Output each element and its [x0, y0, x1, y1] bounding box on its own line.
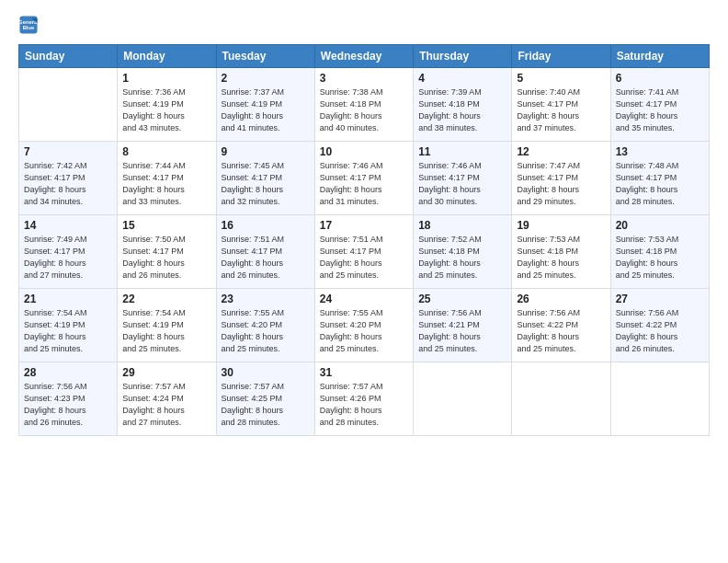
calendar-cell: 14Sunrise: 7:49 AM Sunset: 4:17 PM Dayli… [19, 215, 118, 289]
day-detail: Sunrise: 7:37 AM Sunset: 4:19 PM Dayligh… [222, 86, 310, 134]
day-detail: Sunrise: 7:51 AM Sunset: 4:17 PM Dayligh… [222, 234, 310, 282]
calendar-cell [610, 362, 709, 436]
calendar-cell [19, 68, 118, 142]
day-number: 18 [418, 219, 506, 232]
day-number: 25 [418, 293, 506, 305]
day-detail: Sunrise: 7:49 AM Sunset: 4:17 PM Dayligh… [24, 234, 112, 282]
calendar-cell: 23Sunrise: 7:55 AM Sunset: 4:20 PM Dayli… [216, 289, 314, 362]
weekday-header-wednesday: Wednesday [314, 45, 413, 68]
calendar-cell: 12Sunrise: 7:47 AM Sunset: 4:17 PM Dayli… [512, 142, 610, 215]
day-detail: Sunrise: 7:36 AM Sunset: 4:19 PM Dayligh… [122, 86, 210, 134]
calendar-week-1: 7Sunrise: 7:42 AM Sunset: 4:17 PM Daylig… [19, 142, 710, 215]
day-number: 17 [320, 219, 408, 232]
day-number: 14 [24, 219, 112, 232]
calendar-cell: 30Sunrise: 7:57 AM Sunset: 4:25 PM Dayli… [216, 362, 314, 436]
calendar-cell: 31Sunrise: 7:57 AM Sunset: 4:26 PM Dayli… [314, 362, 413, 436]
day-number: 11 [418, 145, 506, 158]
day-number: 1 [122, 72, 210, 85]
day-detail: Sunrise: 7:38 AM Sunset: 4:18 PM Dayligh… [320, 86, 408, 134]
day-number: 2 [222, 72, 310, 85]
calendar-cell: 28Sunrise: 7:56 AM Sunset: 4:23 PM Dayli… [19, 362, 118, 436]
weekday-header-friday: Friday [512, 45, 610, 68]
calendar-week-0: 1Sunrise: 7:36 AM Sunset: 4:19 PM Daylig… [19, 68, 710, 142]
calendar-cell: 11Sunrise: 7:46 AM Sunset: 4:17 PM Dayli… [414, 142, 512, 215]
day-detail: Sunrise: 7:55 AM Sunset: 4:20 PM Dayligh… [320, 307, 408, 355]
calendar: SundayMondayTuesdayWednesdayThursdayFrid… [18, 44, 710, 436]
calendar-week-4: 28Sunrise: 7:56 AM Sunset: 4:23 PM Dayli… [19, 362, 710, 436]
day-number: 7 [24, 145, 112, 158]
day-number: 3 [320, 72, 408, 85]
calendar-cell [414, 362, 512, 436]
calendar-cell: 20Sunrise: 7:53 AM Sunset: 4:18 PM Dayli… [610, 215, 709, 289]
day-number: 30 [222, 366, 310, 379]
day-number: 19 [517, 219, 605, 232]
day-detail: Sunrise: 7:53 AM Sunset: 4:18 PM Dayligh… [517, 234, 605, 282]
calendar-header-row: SundayMondayTuesdayWednesdayThursdayFrid… [19, 45, 710, 68]
day-number: 31 [320, 366, 408, 379]
calendar-cell: 4Sunrise: 7:39 AM Sunset: 4:18 PM Daylig… [414, 68, 512, 142]
day-detail: Sunrise: 7:57 AM Sunset: 4:24 PM Dayligh… [122, 381, 210, 429]
day-number: 23 [222, 293, 310, 305]
calendar-cell: 15Sunrise: 7:50 AM Sunset: 4:17 PM Dayli… [118, 215, 216, 289]
day-detail: Sunrise: 7:46 AM Sunset: 4:17 PM Dayligh… [320, 160, 408, 208]
day-detail: Sunrise: 7:53 AM Sunset: 4:18 PM Dayligh… [616, 234, 704, 282]
day-detail: Sunrise: 7:52 AM Sunset: 4:18 PM Dayligh… [418, 234, 506, 282]
header-right [40, 15, 710, 17]
day-detail: Sunrise: 7:46 AM Sunset: 4:17 PM Dayligh… [418, 160, 506, 208]
weekday-header-tuesday: Tuesday [216, 45, 314, 68]
calendar-cell: 13Sunrise: 7:48 AM Sunset: 4:17 PM Dayli… [610, 142, 709, 215]
day-number: 24 [320, 293, 408, 305]
header: General Blue [18, 15, 710, 39]
page: General Blue SundayMondayTuesdayWednesda… [0, 0, 728, 563]
calendar-cell: 22Sunrise: 7:54 AM Sunset: 4:19 PM Dayli… [118, 289, 216, 362]
calendar-cell: 21Sunrise: 7:54 AM Sunset: 4:19 PM Dayli… [19, 289, 118, 362]
day-detail: Sunrise: 7:42 AM Sunset: 4:17 PM Dayligh… [24, 160, 112, 208]
day-detail: Sunrise: 7:56 AM Sunset: 4:22 PM Dayligh… [517, 307, 605, 355]
weekday-header-monday: Monday [118, 45, 216, 68]
calendar-cell: 26Sunrise: 7:56 AM Sunset: 4:22 PM Dayli… [512, 289, 610, 362]
calendar-cell: 7Sunrise: 7:42 AM Sunset: 4:17 PM Daylig… [19, 142, 118, 215]
weekday-header-saturday: Saturday [610, 45, 709, 68]
day-detail: Sunrise: 7:39 AM Sunset: 4:18 PM Dayligh… [418, 86, 506, 134]
day-detail: Sunrise: 7:54 AM Sunset: 4:19 PM Dayligh… [122, 307, 210, 355]
day-number: 13 [616, 145, 704, 158]
calendar-cell: 16Sunrise: 7:51 AM Sunset: 4:17 PM Dayli… [216, 215, 314, 289]
calendar-cell: 29Sunrise: 7:57 AM Sunset: 4:24 PM Dayli… [118, 362, 216, 436]
calendar-cell: 3Sunrise: 7:38 AM Sunset: 4:18 PM Daylig… [314, 68, 413, 142]
calendar-cell: 8Sunrise: 7:44 AM Sunset: 4:17 PM Daylig… [118, 142, 216, 215]
logo: General Blue [18, 15, 40, 35]
day-detail: Sunrise: 7:54 AM Sunset: 4:19 PM Dayligh… [24, 307, 112, 355]
calendar-cell: 5Sunrise: 7:40 AM Sunset: 4:17 PM Daylig… [512, 68, 610, 142]
day-number: 12 [517, 145, 605, 158]
calendar-cell: 19Sunrise: 7:53 AM Sunset: 4:18 PM Dayli… [512, 215, 610, 289]
day-number: 8 [122, 145, 210, 158]
day-number: 16 [222, 219, 310, 232]
day-detail: Sunrise: 7:56 AM Sunset: 4:21 PM Dayligh… [418, 307, 506, 355]
calendar-cell [512, 362, 610, 436]
day-number: 5 [517, 72, 605, 85]
day-number: 27 [616, 293, 704, 305]
logo-icon: General Blue [18, 15, 39, 35]
calendar-cell: 6Sunrise: 7:41 AM Sunset: 4:17 PM Daylig… [610, 68, 709, 142]
day-detail: Sunrise: 7:51 AM Sunset: 4:17 PM Dayligh… [320, 234, 408, 282]
day-detail: Sunrise: 7:48 AM Sunset: 4:17 PM Dayligh… [616, 160, 704, 208]
calendar-cell: 9Sunrise: 7:45 AM Sunset: 4:17 PM Daylig… [216, 142, 314, 215]
calendar-cell: 24Sunrise: 7:55 AM Sunset: 4:20 PM Dayli… [314, 289, 413, 362]
day-detail: Sunrise: 7:56 AM Sunset: 4:23 PM Dayligh… [24, 381, 112, 429]
day-number: 10 [320, 145, 408, 158]
calendar-cell: 1Sunrise: 7:36 AM Sunset: 4:19 PM Daylig… [118, 68, 216, 142]
day-number: 4 [418, 72, 506, 85]
day-detail: Sunrise: 7:45 AM Sunset: 4:17 PM Dayligh… [222, 160, 310, 208]
calendar-cell: 25Sunrise: 7:56 AM Sunset: 4:21 PM Dayli… [414, 289, 512, 362]
day-detail: Sunrise: 7:40 AM Sunset: 4:17 PM Dayligh… [517, 86, 605, 134]
day-number: 29 [122, 366, 210, 379]
calendar-week-2: 14Sunrise: 7:49 AM Sunset: 4:17 PM Dayli… [19, 215, 710, 289]
calendar-cell: 2Sunrise: 7:37 AM Sunset: 4:19 PM Daylig… [216, 68, 314, 142]
day-detail: Sunrise: 7:57 AM Sunset: 4:25 PM Dayligh… [222, 381, 310, 429]
day-number: 15 [122, 219, 210, 232]
day-number: 6 [616, 72, 704, 85]
calendar-cell: 18Sunrise: 7:52 AM Sunset: 4:18 PM Dayli… [414, 215, 512, 289]
day-detail: Sunrise: 7:47 AM Sunset: 4:17 PM Dayligh… [517, 160, 605, 208]
calendar-cell: 10Sunrise: 7:46 AM Sunset: 4:17 PM Dayli… [314, 142, 413, 215]
weekday-header-sunday: Sunday [19, 45, 118, 68]
